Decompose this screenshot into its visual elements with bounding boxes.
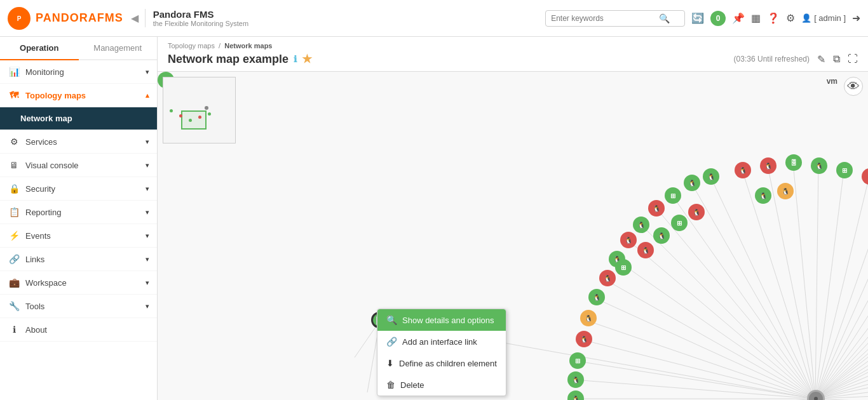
events-label: Events (25, 231, 51, 241)
sidebar-item-about[interactable]: ℹ About (0, 318, 157, 342)
net-node[interactable]: 🐧 (653, 227, 670, 244)
mini-map-node (179, 114, 182, 117)
context-menu-show-details[interactable]: 🔍 Show details and options (377, 309, 506, 331)
services-label: Services (25, 137, 57, 147)
net-node[interactable]: 🐧 (620, 232, 637, 248)
links-icon: 🔗 (8, 254, 20, 264)
net-node[interactable]: 🐧 (576, 331, 592, 347)
content-header: Topology maps / Network maps Network map… (158, 37, 868, 72)
context-menu-define-children[interactable]: ⬇ Define as children element (377, 352, 506, 374)
sidebar-item-workspace[interactable]: 💼 Workspace ▾ (0, 271, 157, 295)
net-node[interactable]: 🐧 (633, 217, 649, 233)
star-icon[interactable]: ★ (302, 52, 312, 66)
monitoring-arrow: ▾ (146, 68, 149, 76)
svg-line-6 (815, 166, 818, 399)
refresh-icon[interactable]: 🔄 (691, 12, 704, 24)
net-node[interactable]: 🐧 (637, 242, 654, 258)
sidebar-tabs: Operation Management (0, 37, 157, 60)
logout-icon[interactable]: ➜ (852, 12, 860, 24)
page-title-row: Network map example ℹ ★ (03:36 Until ref… (168, 52, 858, 66)
mini-map (163, 77, 236, 143)
map-container[interactable]: 📊 🐧 🐧 🐧 🗄 🐧 ⊞ 🐧 🐧 ⊞ 🐧 ⊞ 🐧 🐧 🐧 ⊞ 🐧 ⊞ 🐧 🐧 … (158, 72, 868, 400)
net-node[interactable]: 🐧 (567, 371, 584, 388)
net-node[interactable]: 🐧 (580, 310, 597, 326)
events-icon: ⚡ (8, 230, 20, 241)
mini-map-node (170, 109, 173, 112)
net-node[interactable]: 🐧 (648, 200, 665, 217)
svg-line-7 (815, 170, 844, 399)
sidebar-item-events[interactable]: ⚡ Events ▾ (0, 224, 157, 248)
pin-icon[interactable]: 📌 (732, 12, 745, 24)
topology-label: Topology maps (25, 91, 86, 100)
events-arrow: ▾ (146, 232, 149, 240)
sidebar: Operation Management 📊 Monitoring ▾ 🗺 To… (0, 37, 158, 400)
net-node[interactable]: 🐧 (811, 157, 827, 174)
net-node[interactable]: 🐧 (862, 168, 868, 185)
net-node[interactable]: 🐧 (735, 162, 751, 178)
show-details-icon: 🔍 (386, 315, 397, 325)
context-menu-add-interface[interactable]: 🔗 Add an interface link (377, 331, 506, 352)
svg-line-41 (583, 319, 815, 399)
tab-operation[interactable]: Operation (0, 37, 79, 60)
user-menu[interactable]: 👤 [ admin ] (801, 13, 846, 23)
sidebar-item-visual-console[interactable]: 🖥 Visual console ▾ (0, 154, 157, 177)
net-node[interactable]: ⊞ (615, 259, 632, 276)
net-node[interactable]: 🐧 (567, 390, 584, 400)
sidebar-item-monitoring[interactable]: 📊 Monitoring ▾ (0, 60, 157, 84)
add-interface-icon: 🔗 (386, 337, 397, 347)
about-icon: ℹ (8, 324, 20, 335)
net-node[interactable]: 🐧 (703, 168, 719, 185)
tab-management[interactable]: Management (79, 37, 158, 60)
sidebar-item-reporting[interactable]: 📋 Reporting ▾ (0, 201, 157, 224)
security-arrow: ▾ (146, 185, 149, 193)
net-node[interactable]: ⊞ (665, 187, 681, 204)
net-node[interactable]: 🐧 (777, 183, 794, 199)
sidebar-item-security[interactable]: 🔒 Security ▾ (0, 177, 157, 201)
sidebar-item-network-map[interactable]: Network map (0, 107, 157, 130)
svg-line-40 (593, 297, 815, 399)
sidebar-item-services[interactable]: ⚙ Services ▾ (0, 130, 157, 154)
net-node[interactable]: ⊞ (836, 162, 853, 178)
links-label: Links (25, 255, 44, 264)
net-node[interactable]: 🐧 (599, 270, 616, 286)
sidebar-item-topology-maps[interactable]: 🗺 Topology maps ▴ (0, 84, 157, 107)
security-icon: 🔒 (8, 183, 20, 194)
net-node[interactable]: ⊞ (671, 215, 688, 231)
sidebar-collapse-button[interactable]: ◀ (131, 12, 139, 24)
help-icon[interactable]: ❓ (767, 12, 780, 24)
net-node[interactable]: 🗄 (785, 154, 802, 171)
grid-icon[interactable]: ▦ (751, 12, 761, 24)
search-bar[interactable]: 🔍 (545, 10, 685, 27)
title-actions: (03:36 Until refreshed) ✎ ⧉ ⛶ (734, 53, 858, 65)
hub-node[interactable] (807, 390, 825, 400)
eye-view-button[interactable]: 👁 (844, 77, 863, 96)
sidebar-item-links[interactable]: 🔗 Links ▾ (0, 248, 157, 271)
svg-line-4 (768, 166, 815, 399)
svg-line-43 (574, 361, 815, 399)
edit-icon[interactable]: ✎ (817, 53, 825, 65)
search-input[interactable] (551, 14, 659, 23)
settings-icon[interactable]: ⚙ (786, 12, 795, 24)
tools-arrow: ▾ (146, 302, 149, 310)
svg-line-15 (815, 208, 868, 399)
reporting-label: Reporting (25, 208, 61, 217)
services-arrow: ▾ (146, 138, 149, 146)
svg-line-3 (742, 170, 815, 399)
info-icon[interactable]: ℹ (294, 54, 297, 64)
breadcrumb-topology[interactable]: Topology maps (168, 42, 215, 50)
page-title: Network map example ℹ ★ (168, 52, 312, 66)
net-node[interactable]: 🐧 (755, 187, 771, 204)
net-node[interactable]: ⊞ (569, 352, 586, 369)
net-node[interactable]: 🐧 (760, 157, 776, 174)
links-arrow: ▾ (146, 255, 149, 263)
context-menu-delete[interactable]: 🗑 Delete (377, 374, 506, 396)
sidebar-item-tools[interactable]: 🔧 Tools ▾ (0, 295, 157, 318)
svg-line-37 (628, 240, 815, 399)
net-node[interactable]: 🐧 (588, 289, 605, 305)
fullscreen-icon[interactable]: ⛶ (848, 53, 858, 65)
notification-badge[interactable]: 0 (710, 11, 726, 26)
net-node[interactable]: 🐧 (688, 204, 705, 220)
search-icon[interactable]: 🔍 (659, 13, 670, 23)
copy-icon[interactable]: ⧉ (833, 53, 840, 65)
net-node[interactable]: 🐧 (684, 175, 700, 191)
